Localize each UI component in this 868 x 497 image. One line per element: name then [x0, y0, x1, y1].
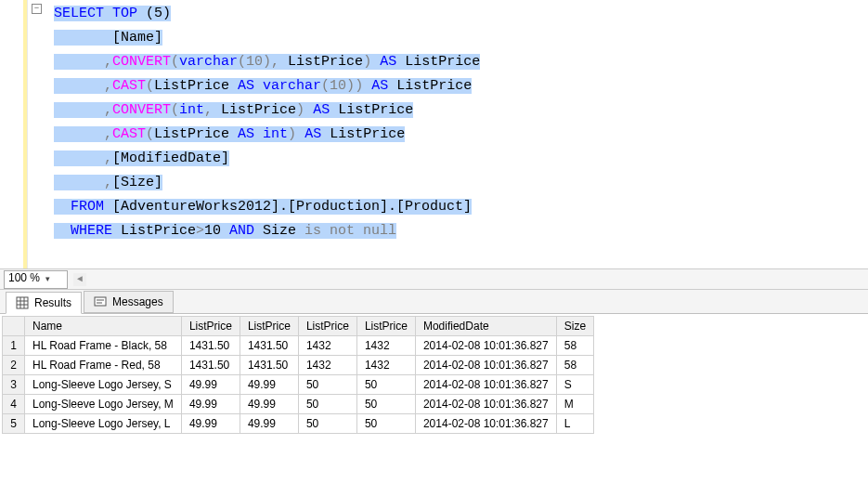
func-cast: CAST [112, 126, 146, 142]
arg-listprice: ListPrice [154, 78, 238, 94]
scroll-left-icon[interactable]: ◄ [73, 273, 86, 286]
kw-and: AND [229, 223, 254, 239]
cell[interactable]: 49.99 [181, 375, 240, 395]
results-table[interactable]: Name ListPrice ListPrice ListPrice ListP… [2, 316, 594, 434]
cell[interactable]: 1432 [356, 356, 415, 375]
paren-open: ( [146, 126, 154, 142]
alias: ListPrice [405, 54, 480, 70]
table-row[interactable]: 5 Long-Sleeve Logo Jersey, L 49.99 49.99… [3, 414, 594, 434]
paren-close: ) [162, 6, 171, 21]
zoom-dropdown[interactable]: 100 %▾ [4, 270, 68, 289]
cell[interactable]: Long-Sleeve Logo Jersey, M [25, 395, 182, 414]
cell[interactable]: 2014-02-08 10:01:36.827 [415, 356, 556, 375]
cell[interactable]: HL Road Frame - Black, 58 [25, 336, 182, 356]
row-number[interactable]: 4 [3, 395, 25, 414]
cell[interactable]: Long-Sleeve Logo Jersey, S [25, 375, 182, 395]
col-header[interactable]: ListPrice [181, 317, 240, 336]
col-header[interactable]: Size [556, 317, 593, 336]
type-args: (10) [321, 78, 355, 94]
cell[interactable]: 50 [356, 395, 415, 414]
cell[interactable]: M [556, 395, 593, 414]
cell[interactable]: 49.99 [181, 414, 240, 434]
comma: , [104, 150, 112, 166]
rownum-header [3, 317, 25, 336]
results-body: 1 HL Road Frame - Black, 58 1431.50 1431… [3, 336, 594, 434]
top-count: 5 [154, 6, 162, 21]
col-size: [Size] [112, 175, 162, 190]
col-header[interactable]: ListPrice [298, 317, 356, 336]
tab-results-label: Results [34, 296, 71, 309]
pred-listprice: ListPrice [112, 223, 196, 239]
row-number[interactable]: 3 [3, 375, 25, 395]
cell[interactable]: 1431.50 [240, 336, 298, 356]
zoom-value: 100 % [8, 271, 40, 284]
change-marker [23, 0, 27, 268]
cell[interactable]: 2014-02-08 10:01:36.827 [415, 395, 556, 414]
col-header[interactable]: ModifiedDate [415, 317, 556, 336]
row-number[interactable]: 2 [3, 356, 25, 375]
arg-listprice: ListPrice [279, 54, 363, 70]
alias: ListPrice [396, 78, 472, 94]
table-row[interactable]: 4 Long-Sleeve Logo Jersey, M 49.99 49.99… [3, 395, 594, 414]
row-number[interactable]: 5 [3, 414, 25, 434]
cell[interactable]: 49.99 [181, 395, 240, 414]
horizontal-scrollbar[interactable]: ◄ [73, 273, 868, 286]
cell[interactable]: S [556, 375, 593, 395]
table-row[interactable]: 1 HL Road Frame - Black, 58 1431.50 1431… [3, 336, 594, 356]
results-tabs: Results Messages [0, 290, 868, 314]
cell[interactable]: 49.99 [240, 414, 298, 434]
comma: , [104, 54, 112, 70]
comma: , [204, 102, 213, 118]
sql-editor-pane[interactable]: − SELECT TOP (5) [Name] ,CONVERT(varchar… [0, 0, 868, 269]
col-header[interactable]: Name [25, 317, 182, 336]
literal-10: 10 [204, 223, 229, 239]
results-header-row: Name ListPrice ListPrice ListPrice ListP… [3, 317, 594, 336]
cell[interactable]: 2014-02-08 10:01:36.827 [415, 336, 556, 356]
type-int: int [179, 102, 204, 118]
kw-as: AS [371, 78, 388, 94]
type-args: (10) [238, 54, 271, 70]
tab-results[interactable]: Results [6, 292, 82, 314]
cell[interactable]: 2014-02-08 10:01:36.827 [415, 375, 556, 395]
results-grid-pane[interactable]: Name ListPrice ListPrice ListPrice ListP… [0, 314, 868, 497]
pred-size: Size [254, 223, 304, 239]
paren-open: ( [146, 6, 154, 21]
tab-messages[interactable]: Messages [84, 291, 174, 313]
cell[interactable]: 1432 [356, 336, 415, 356]
table-row[interactable]: 3 Long-Sleeve Logo Jersey, S 49.99 49.99… [3, 375, 594, 395]
grid-icon [16, 296, 29, 309]
table-row[interactable]: 2 HL Road Frame - Red, 58 1431.50 1431.5… [3, 356, 594, 375]
cell[interactable]: L [556, 414, 593, 434]
cell[interactable]: 49.99 [240, 375, 298, 395]
cell[interactable]: 1432 [298, 356, 356, 375]
cell[interactable]: Long-Sleeve Logo Jersey, L [25, 414, 182, 434]
paren-close: ) [288, 126, 296, 142]
comma: , [104, 126, 112, 142]
comma: , [271, 54, 279, 70]
cell[interactable]: 58 [556, 356, 593, 375]
cell[interactable]: 50 [356, 375, 415, 395]
cell[interactable]: 50 [356, 414, 415, 434]
cell[interactable]: 50 [298, 395, 356, 414]
paren-close: ) [296, 102, 304, 118]
col-header[interactable]: ListPrice [240, 317, 298, 336]
cell[interactable]: 58 [556, 336, 593, 356]
cell[interactable]: 50 [298, 414, 356, 434]
cell[interactable]: 1431.50 [181, 356, 240, 375]
paren-close: ) [355, 78, 363, 94]
cell[interactable]: HL Road Frame - Red, 58 [25, 356, 182, 375]
cell[interactable]: 49.99 [240, 395, 298, 414]
cell[interactable]: 50 [298, 375, 356, 395]
col-modifieddate: [ModifiedDate] [112, 150, 229, 166]
kw-from: FROM [71, 199, 104, 215]
kw-where: WHERE [71, 223, 112, 239]
row-number[interactable]: 1 [3, 336, 25, 356]
cell[interactable]: 2014-02-08 10:01:36.827 [415, 414, 556, 434]
kw-as: AS [304, 126, 321, 142]
code-text[interactable]: SELECT TOP (5) [Name] ,CONVERT(varchar(1… [28, 0, 868, 268]
cell[interactable]: 1431.50 [181, 336, 240, 356]
col-header[interactable]: ListPrice [356, 317, 415, 336]
cell[interactable]: 1431.50 [240, 356, 298, 375]
arg-listprice: ListPrice [154, 126, 238, 142]
cell[interactable]: 1432 [298, 336, 356, 356]
